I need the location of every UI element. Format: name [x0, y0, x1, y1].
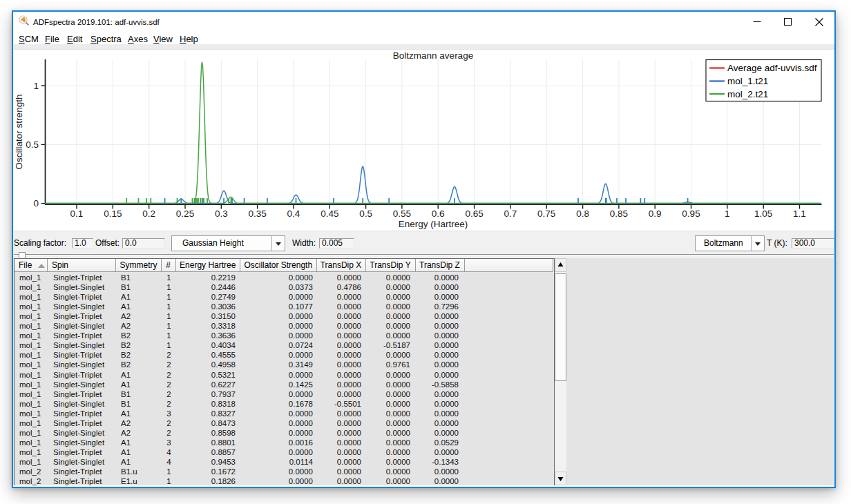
svg-text:0.2: 0.2 — [142, 209, 155, 219]
svg-text:1.05: 1.05 — [754, 209, 772, 219]
svg-text:Oscillator strength: Oscillator strength — [14, 95, 24, 170]
svg-text:1.1: 1.1 — [793, 209, 806, 219]
svg-text:0.75: 0.75 — [537, 209, 555, 219]
svg-text:0.8: 0.8 — [576, 209, 589, 219]
svg-text:0.5: 0.5 — [359, 209, 372, 219]
svg-text:0.9: 0.9 — [649, 209, 662, 219]
svg-text:0.6: 0.6 — [432, 209, 445, 219]
svg-text:0.4: 0.4 — [287, 209, 300, 219]
svg-text:Energy (Hartree): Energy (Hartree) — [399, 219, 468, 229]
svg-text:0.1: 0.1 — [70, 209, 84, 219]
svg-text:0.45: 0.45 — [321, 209, 338, 219]
svg-text:0.15: 0.15 — [104, 209, 122, 219]
svg-text:1: 1 — [33, 81, 39, 91]
svg-text:0.35: 0.35 — [248, 209, 266, 219]
svg-text:0.3: 0.3 — [215, 209, 228, 219]
svg-text:0.95: 0.95 — [682, 209, 700, 219]
svg-text:0: 0 — [33, 198, 39, 209]
svg-text:0.55: 0.55 — [393, 209, 411, 219]
svg-text:mol_2.t21: mol_2.t21 — [727, 89, 768, 99]
svg-text:0.25: 0.25 — [176, 209, 194, 219]
svg-text:0.85: 0.85 — [610, 209, 628, 219]
svg-text:0.65: 0.65 — [465, 209, 483, 219]
svg-text:0.5: 0.5 — [26, 139, 39, 150]
svg-text:0.7: 0.7 — [504, 209, 517, 219]
svg-text:1: 1 — [725, 209, 730, 219]
svg-text:mol_1.t21: mol_1.t21 — [727, 76, 768, 86]
svg-text:Average adf-uvvis.sdf: Average adf-uvvis.sdf — [727, 63, 817, 73]
svg-text:Boltzmann average: Boltzmann average — [393, 50, 473, 61]
